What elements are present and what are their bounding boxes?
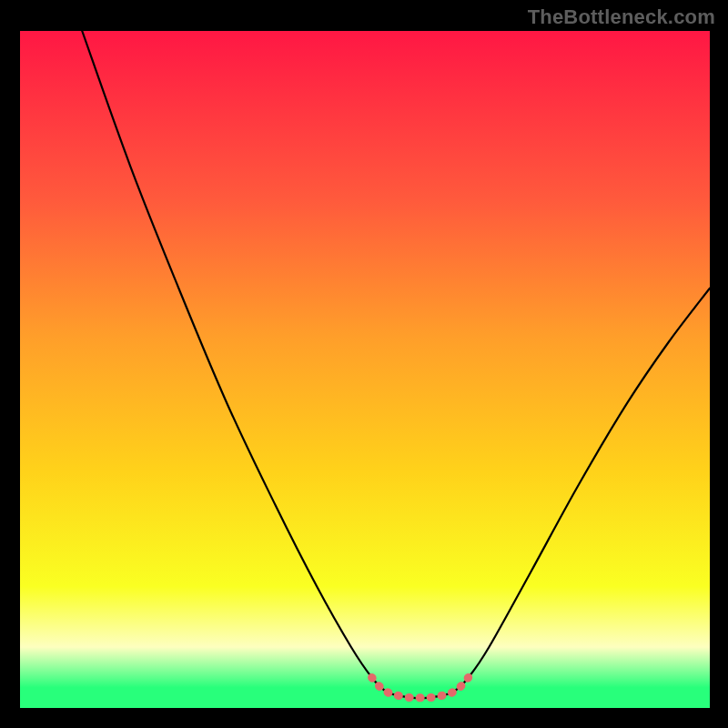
gradient-background bbox=[20, 31, 710, 708]
chart-container: TheBottleneck.com bbox=[0, 0, 728, 728]
bottleneck-chart bbox=[20, 31, 710, 708]
plot-area bbox=[20, 31, 710, 708]
watermark-text: TheBottleneck.com bbox=[528, 5, 715, 29]
